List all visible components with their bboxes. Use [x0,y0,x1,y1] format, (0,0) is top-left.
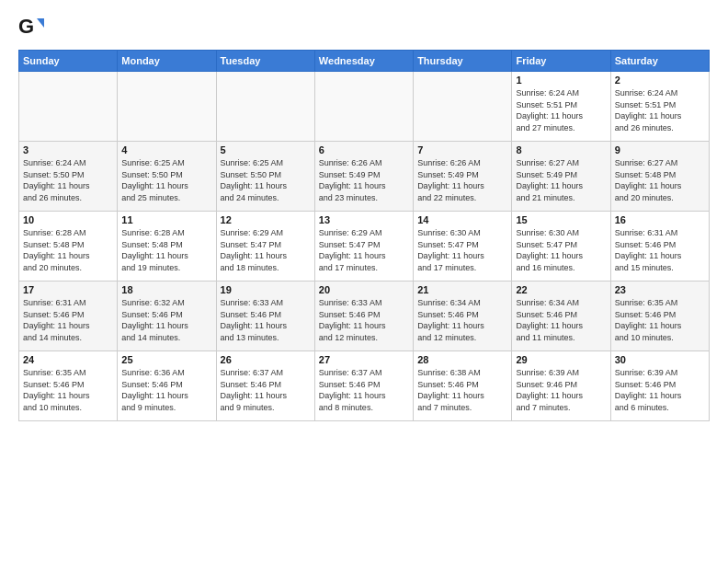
day-info: Sunrise: 6:27 AM Sunset: 5:48 PM Dayligh… [615,157,705,203]
header: G [18,15,710,40]
weekday-header-monday: Monday [118,51,216,72]
weekday-header-sunday: Sunday [19,51,118,72]
day-info: Sunrise: 6:36 AM Sunset: 5:46 PM Dayligh… [121,367,211,413]
day-number: 13 [319,214,409,225]
day-info: Sunrise: 6:39 AM Sunset: 5:46 PM Dayligh… [615,367,705,413]
day-number: 22 [516,284,606,295]
calendar-cell: 3Sunrise: 6:24 AM Sunset: 5:50 PM Daylig… [19,142,118,212]
day-number: 26 [221,354,311,365]
day-number: 8 [516,144,606,155]
day-number: 3 [23,144,113,155]
calendar-cell: 5Sunrise: 6:25 AM Sunset: 5:50 PM Daylig… [216,142,314,212]
week-row-1: 3Sunrise: 6:24 AM Sunset: 5:50 PM Daylig… [19,142,710,212]
calendar-cell: 14Sunrise: 6:30 AM Sunset: 5:47 PM Dayli… [414,212,512,282]
calendar-cell: 8Sunrise: 6:27 AM Sunset: 5:49 PM Daylig… [512,142,610,212]
svg-text:G: G [18,15,34,38]
day-info: Sunrise: 6:24 AM Sunset: 5:51 PM Dayligh… [615,87,705,133]
day-number: 28 [417,354,507,365]
calendar-cell: 1Sunrise: 6:24 AM Sunset: 5:51 PM Daylig… [512,72,610,142]
day-info: Sunrise: 6:38 AM Sunset: 5:46 PM Dayligh… [417,367,507,413]
week-row-3: 17Sunrise: 6:31 AM Sunset: 5:46 PM Dayli… [19,282,710,351]
day-info: Sunrise: 6:37 AM Sunset: 5:46 PM Dayligh… [221,367,311,413]
calendar-cell [19,72,118,142]
day-number: 2 [615,75,705,86]
weekday-header-saturday: Saturday [610,51,709,72]
day-info: Sunrise: 6:29 AM Sunset: 5:47 PM Dayligh… [221,227,311,273]
calendar-cell: 10Sunrise: 6:28 AM Sunset: 5:48 PM Dayli… [19,212,118,282]
calendar-cell: 24Sunrise: 6:35 AM Sunset: 5:46 PM Dayli… [19,351,118,421]
day-info: Sunrise: 6:31 AM Sunset: 5:46 PM Dayligh… [23,297,113,343]
calendar-cell: 20Sunrise: 6:33 AM Sunset: 5:46 PM Dayli… [314,282,413,351]
day-number: 24 [23,354,113,365]
calendar-cell: 4Sunrise: 6:25 AM Sunset: 5:50 PM Daylig… [118,142,216,212]
day-number: 30 [615,354,705,365]
calendar-body: 1Sunrise: 6:24 AM Sunset: 5:51 PM Daylig… [19,72,710,421]
day-number: 4 [121,144,211,155]
calendar-cell: 25Sunrise: 6:36 AM Sunset: 5:46 PM Dayli… [118,351,216,421]
calendar-cell [414,72,512,142]
calendar-cell: 26Sunrise: 6:37 AM Sunset: 5:46 PM Dayli… [216,351,314,421]
day-info: Sunrise: 6:24 AM Sunset: 5:51 PM Dayligh… [516,87,606,133]
calendar-cell [314,72,413,142]
day-number: 12 [221,214,311,225]
day-number: 16 [615,214,705,225]
weekday-header-thursday: Thursday [414,51,512,72]
day-info: Sunrise: 6:28 AM Sunset: 5:48 PM Dayligh… [121,227,211,273]
calendar-table: SundayMondayTuesdayWednesdayThursdayFrid… [18,50,710,421]
calendar-cell: 23Sunrise: 6:35 AM Sunset: 5:46 PM Dayli… [610,282,709,351]
weekday-header-wednesday: Wednesday [314,51,413,72]
day-info: Sunrise: 6:37 AM Sunset: 5:46 PM Dayligh… [319,367,409,413]
day-info: Sunrise: 6:30 AM Sunset: 5:47 PM Dayligh… [516,227,606,273]
day-info: Sunrise: 6:33 AM Sunset: 5:46 PM Dayligh… [221,297,311,343]
day-info: Sunrise: 6:30 AM Sunset: 5:47 PM Dayligh… [417,227,507,273]
calendar-cell: 21Sunrise: 6:34 AM Sunset: 5:46 PM Dayli… [414,282,512,351]
calendar-cell: 22Sunrise: 6:34 AM Sunset: 5:46 PM Dayli… [512,282,610,351]
day-info: Sunrise: 6:34 AM Sunset: 5:46 PM Dayligh… [417,297,507,343]
calendar-cell: 11Sunrise: 6:28 AM Sunset: 5:48 PM Dayli… [118,212,216,282]
day-number: 15 [516,214,606,225]
day-number: 5 [221,144,311,155]
svg-marker-1 [37,18,44,28]
calendar-cell: 27Sunrise: 6:37 AM Sunset: 5:46 PM Dayli… [314,351,413,421]
week-row-0: 1Sunrise: 6:24 AM Sunset: 5:51 PM Daylig… [19,72,710,142]
day-info: Sunrise: 6:34 AM Sunset: 5:46 PM Dayligh… [516,297,606,343]
day-info: Sunrise: 6:27 AM Sunset: 5:49 PM Dayligh… [516,157,606,203]
day-info: Sunrise: 6:24 AM Sunset: 5:50 PM Dayligh… [23,157,113,203]
day-number: 21 [417,284,507,295]
logo-icon: G [18,15,44,40]
day-number: 27 [319,354,409,365]
day-number: 20 [319,284,409,295]
day-info: Sunrise: 6:35 AM Sunset: 5:46 PM Dayligh… [23,367,113,413]
day-info: Sunrise: 6:33 AM Sunset: 5:46 PM Dayligh… [319,297,409,343]
calendar-cell [118,72,216,142]
calendar-cell: 30Sunrise: 6:39 AM Sunset: 5:46 PM Dayli… [610,351,709,421]
week-row-4: 24Sunrise: 6:35 AM Sunset: 5:46 PM Dayli… [19,351,710,421]
day-number: 18 [121,284,211,295]
calendar-cell: 7Sunrise: 6:26 AM Sunset: 5:49 PM Daylig… [414,142,512,212]
calendar-cell: 13Sunrise: 6:29 AM Sunset: 5:47 PM Dayli… [314,212,413,282]
weekday-header-friday: Friday [512,51,610,72]
day-info: Sunrise: 6:26 AM Sunset: 5:49 PM Dayligh… [319,157,409,203]
day-info: Sunrise: 6:35 AM Sunset: 5:46 PM Dayligh… [615,297,705,343]
day-number: 10 [23,214,113,225]
calendar-cell [216,72,314,142]
day-number: 9 [615,144,705,155]
day-info: Sunrise: 6:31 AM Sunset: 5:46 PM Dayligh… [615,227,705,273]
page: G SundayMondayTuesdayWednesdayThursdayFr… [0,0,728,563]
day-number: 23 [615,284,705,295]
logo: G [18,15,46,40]
weekday-header-row: SundayMondayTuesdayWednesdayThursdayFrid… [19,51,710,72]
calendar-cell: 29Sunrise: 6:39 AM Sunset: 9:46 PM Dayli… [512,351,610,421]
calendar-cell: 16Sunrise: 6:31 AM Sunset: 5:46 PM Dayli… [610,212,709,282]
calendar-cell: 18Sunrise: 6:32 AM Sunset: 5:46 PM Dayli… [118,282,216,351]
day-number: 14 [417,214,507,225]
day-info: Sunrise: 6:32 AM Sunset: 5:46 PM Dayligh… [121,297,211,343]
day-info: Sunrise: 6:28 AM Sunset: 5:48 PM Dayligh… [23,227,113,273]
day-number: 17 [23,284,113,295]
day-number: 7 [417,144,507,155]
day-number: 6 [319,144,409,155]
calendar-cell: 28Sunrise: 6:38 AM Sunset: 5:46 PM Dayli… [414,351,512,421]
calendar-cell: 12Sunrise: 6:29 AM Sunset: 5:47 PM Dayli… [216,212,314,282]
week-row-2: 10Sunrise: 6:28 AM Sunset: 5:48 PM Dayli… [19,212,710,282]
calendar-cell: 17Sunrise: 6:31 AM Sunset: 5:46 PM Dayli… [19,282,118,351]
